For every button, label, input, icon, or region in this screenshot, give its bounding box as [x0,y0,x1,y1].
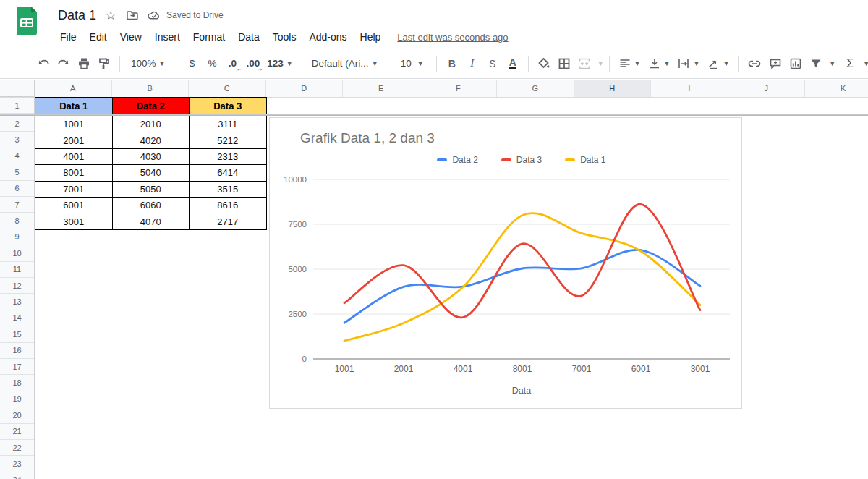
column-header-B[interactable]: B [112,80,190,97]
format-percent-button[interactable]: % [202,54,222,74]
functions-button[interactable]: Σ [840,54,860,74]
data-cell[interactable]: 3515 [190,181,267,197]
data-cell[interactable]: 2313 [190,148,267,164]
row-header-3[interactable]: 3 [0,132,34,148]
last-edit-link[interactable]: Last edit was seconds ago [397,32,508,43]
column-header-D[interactable]: D [266,80,344,97]
row-header-13[interactable]: 13 [0,294,34,310]
menu-view[interactable]: View [114,29,148,45]
print-button[interactable] [74,54,94,74]
row-header-1[interactable]: 1 [0,98,34,114]
data-cell[interactable]: 2001 [35,132,113,148]
fill-color-button[interactable] [534,54,554,74]
select-all-corner[interactable] [0,80,35,97]
data-cell[interactable]: 5050 [112,181,190,197]
borders-button[interactable] [554,54,574,74]
menu-edit[interactable]: Edit [83,29,114,45]
strikethrough-button[interactable]: S [482,54,503,74]
filter-views-caret[interactable]: ▼ [829,60,835,67]
data-cell[interactable]: 8001 [35,165,113,181]
insert-link-button[interactable] [744,54,765,74]
row-header-4[interactable]: 4 [0,148,34,164]
row-header-14[interactable]: 14 [0,310,34,326]
row-header-6[interactable]: 6 [0,181,34,197]
text-rotation-dropdown[interactable]: ▼ [703,54,733,74]
column-header-G[interactable]: G [497,80,574,97]
font-dropdown[interactable]: Default (Ari...▼ [307,54,383,74]
header-cell-data-2[interactable]: Data 2 [112,98,190,114]
data-cell[interactable]: 6001 [35,197,113,213]
data-cell[interactable]: 6414 [190,165,267,181]
move-folder-icon[interactable] [126,9,139,22]
text-color-button[interactable]: A [503,54,523,74]
row-header-9[interactable]: 9 [0,229,34,245]
data-cell[interactable]: 5040 [112,165,190,181]
row-header-8[interactable]: 8 [0,213,34,229]
undo-button[interactable] [33,54,54,74]
column-header-I[interactable]: I [651,80,728,97]
column-header-K[interactable]: K [805,80,868,97]
data-cell[interactable]: 4020 [112,132,190,148]
bold-button[interactable]: B [442,54,462,74]
data-cell[interactable]: 4070 [112,213,190,229]
row-header-5[interactable]: 5 [0,164,34,180]
header-cell-data-3[interactable]: Data 3 [190,98,267,114]
row-header-22[interactable]: 22 [0,440,34,456]
font-size-dropdown[interactable]: 10▼ [393,54,431,74]
star-icon[interactable]: ☆ [104,9,117,22]
row-header-2[interactable]: 2 [0,116,34,132]
row-header-20[interactable]: 20 [0,407,34,423]
data-cell[interactable]: 3111 [190,116,267,132]
horizontal-align-dropdown[interactable]: ▼ [615,54,644,74]
menu-file[interactable]: File [54,29,83,45]
row-header-16[interactable]: 16 [0,343,34,359]
column-header-E[interactable]: E [343,80,420,97]
filter-button[interactable] [806,54,826,74]
embedded-chart[interactable]: Grafik Data 1, 2 dan 3 Data 2Data 3Data … [269,117,742,409]
row-header-21[interactable]: 21 [0,424,34,440]
row-header-15[interactable]: 15 [0,326,34,342]
column-header-H[interactable]: H [574,80,652,97]
menu-data[interactable]: Data [231,29,266,45]
data-cell[interactable]: 4030 [112,148,190,164]
row-header-24[interactable]: 24 [0,472,34,479]
redo-button[interactable] [54,54,74,74]
data-cell[interactable]: 1001 [35,116,113,132]
column-header-A[interactable]: A [35,80,112,97]
menu-insert[interactable]: Insert [148,29,187,45]
italic-button[interactable]: I [462,54,482,74]
row-header-19[interactable]: 19 [0,391,34,407]
row-header-18[interactable]: 18 [0,375,34,391]
format-currency-button[interactable]: $ [182,54,202,74]
menu-help[interactable]: Help [354,29,388,45]
data-cell[interactable]: 7001 [35,181,113,197]
more-formats-dropdown[interactable]: 123▼ [263,54,296,74]
row-header-7[interactable]: 7 [0,197,34,213]
data-cell[interactable]: 6060 [112,197,190,213]
menu-format[interactable]: Format [187,29,231,45]
row-header-23[interactable]: 23 [0,456,34,472]
data-cell[interactable]: 3001 [35,213,113,229]
header-cell-data-1[interactable]: Data 1 [35,98,113,114]
column-header-J[interactable]: J [728,80,806,97]
menu-add-ons[interactable]: Add-ons [302,29,353,45]
data-cell[interactable]: 8616 [190,197,267,213]
data-cell[interactable]: 5212 [190,132,267,148]
data-cell[interactable]: 4001 [35,148,113,164]
row-header-12[interactable]: 12 [0,278,34,294]
zoom-dropdown[interactable]: 100%▼ [125,54,171,74]
menu-tools[interactable]: Tools [266,29,303,45]
decrease-decimal-button[interactable]: .0← [222,54,242,74]
functions-caret[interactable]: ▼ [863,60,868,67]
data-cell[interactable]: 2010 [112,116,190,132]
row-header-17[interactable]: 17 [0,359,34,375]
paint-format-button[interactable] [94,54,114,74]
insert-comment-button[interactable] [765,54,786,74]
row-header-10[interactable]: 10 [0,245,34,261]
cloud-saved-icon[interactable] [148,9,161,22]
text-wrap-dropdown[interactable]: ▼ [673,54,703,74]
insert-chart-button[interactable] [786,54,806,74]
document-title[interactable]: Data 1 [58,8,96,23]
sheets-logo-icon[interactable] [15,7,38,35]
column-header-C[interactable]: C [189,80,266,97]
